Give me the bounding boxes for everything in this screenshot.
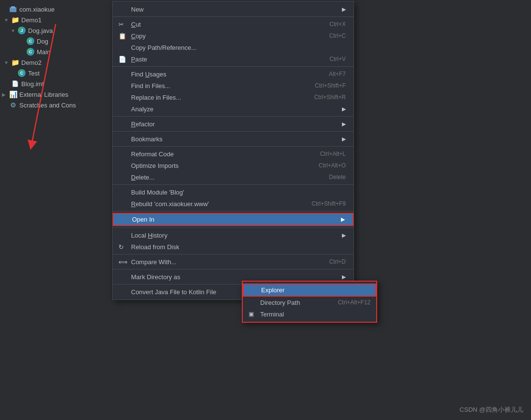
tree-item-label: Demo1 [21,16,42,24]
watermark: CSDN @四角小裤儿儿 [459,405,523,414]
menu-item-label: Find Usages [131,71,319,78]
menu-item-cut[interactable]: ✂ Cut Ctrl+X [113,18,354,30]
menu-item-reload[interactable]: ↻ Reload from Disk [113,241,354,253]
shortcut: Ctrl+Alt+L [320,150,346,157]
tree-item-demo2[interactable]: ▼ 📁 Demo2 [0,57,111,68]
tree-arrow: ▼ [4,60,11,65]
menu-item-label: Copy Path/Reference... [131,44,346,51]
menu-item-label: Rebuild 'com.xiaokuer.www' [131,200,302,208]
shortcut: Ctrl+Alt+F12 [338,299,370,306]
menu-separator [113,146,354,147]
menu-item-refactor[interactable]: Refactor ▶ [113,118,354,130]
submenu-open-in: Explorer Directory Path Ctrl+Alt+F12 ▣ T… [242,281,377,323]
submenu-item-label: Terminal [260,311,370,318]
menu-item-copy[interactable]: 📋 Copy Ctrl+C [113,30,354,42]
menu-item-label: Replace in Files... [131,94,305,101]
context-menu: New ▶ ✂ Cut Ctrl+X 📋 Copy Ctrl+C Copy Pa… [112,1,354,300]
tree-item-blog-iml[interactable]: 📄 Blog.iml [0,78,111,89]
menu-item-find-in-files[interactable]: Find in Files... Ctrl+Shift+F [113,80,354,91]
tree-item-label: Test [28,70,40,77]
submenu-item-label: Explorer [261,286,369,294]
tree-item-label: Main [37,48,50,56]
menu-item-build-module[interactable]: Build Module 'Blog' [113,186,354,198]
submenu-arrow: ▶ [342,136,346,142]
menu-separator [113,66,354,67]
menu-separator [113,227,354,228]
submenu-item-explorer[interactable]: Explorer [243,284,376,297]
menu-item-label: Reload from Disk [131,243,346,251]
menu-item-find-usages[interactable]: Find Usages Alt+F7 [113,68,354,80]
submenu-item-label: Directory Path [260,299,338,306]
menu-item-delete[interactable]: Delete... Delete [113,171,354,183]
tree-item-main[interactable]: C Main [0,46,111,57]
shortcut: Ctrl+Alt+O [319,162,346,169]
submenu-arrow: ▶ [342,121,346,127]
menu-item-local-history[interactable]: Local History ▶ [113,229,354,241]
tree-arrow: ▼ [11,28,17,33]
shortcut: Ctrl+V [329,56,346,62]
menu-item-paste[interactable]: 📄 Paste Ctrl+V [113,53,354,65]
tree-item-label: Scratches and Cons [19,102,76,109]
compare-icon: ⟺ [118,258,128,266]
tree-item-label: Demo2 [21,59,42,66]
shortcut: Ctrl+Shift+F9 [311,200,346,207]
menu-separator [113,269,354,270]
tree-item-dog-java[interactable]: ▼ J Dog.java [0,25,111,36]
folder-icon: 📁 [11,15,19,24]
shortcut: Delete [329,174,346,180]
tree-item-ext-libs[interactable]: ▶ 📊 External Libraries [0,89,111,100]
menu-item-label: Cut [131,21,320,28]
class-icon: C [26,37,35,45]
shortcut: Ctrl+Shift+F [315,82,346,89]
scratches-icon: ⚙ [9,101,17,109]
menu-item-optimize[interactable]: Optimize Imports Ctrl+Alt+O [113,160,354,171]
menu-item-reformat[interactable]: Reformat Code Ctrl+Alt+L [113,148,354,160]
tree-item-dog[interactable]: C Dog [0,36,111,46]
menu-item-replace-in-files[interactable]: Replace in Files... Ctrl+Shift+R [113,91,354,103]
menu-item-open-in[interactable]: Open In ▶ [113,213,354,226]
menu-separator [113,131,354,132]
submenu-arrow: ▶ [341,216,345,223]
submenu-item-terminal[interactable]: ▣ Terminal [243,308,376,320]
class-icon: C [26,47,35,56]
menu-item-label: Analyze [131,105,338,113]
menu-item-label: Optimize Imports [131,162,309,169]
shortcut: Alt+F7 [329,71,346,77]
submenu-item-directory-path[interactable]: Directory Path Ctrl+Alt+F12 [243,297,376,308]
menu-separator [113,184,354,185]
menu-item-label: Delete... [131,174,319,181]
menu-separator [113,254,354,255]
menu-item-label: Refactor [131,120,338,128]
shortcut: Ctrl+X [329,21,346,28]
reload-icon: ↻ [118,243,128,251]
submenu-arrow: ▶ [342,232,346,239]
menu-item-analyze[interactable]: Analyze ▶ [113,103,354,115]
terminal-icon: ▣ [249,311,257,317]
menu-item-copy-path[interactable]: Copy Path/Reference... [113,42,354,53]
file-tree: com.xiaokue ▼ 📁 Demo1 ▼ J Dog.java C Dog… [0,0,111,420]
tree-arrow: ▼ [4,17,11,23]
ext-libs-icon: 📊 [9,90,17,99]
menu-item-label: Bookmarks [131,135,338,143]
menu-item-rebuild[interactable]: Rebuild 'com.xiaokuer.www' Ctrl+Shift+F9 [113,198,354,210]
menu-separator [113,16,354,17]
menu-item-label: Mark Directory as [131,273,338,281]
tree-item-test[interactable]: C Test [0,68,111,78]
tree-item-label: External Libraries [19,91,68,98]
svg-rect-1 [11,6,15,8]
menu-item-new[interactable]: New ▶ [113,3,354,15]
menu-item-label: Local History [131,232,338,239]
tree-item-demo1[interactable]: ▼ 📁 Demo1 [0,15,111,25]
tree-item-com-xiaokue[interactable]: com.xiaokue [0,4,111,15]
tree-arrow: ▶ [2,92,9,97]
shortcut: Ctrl+Shift+R [314,94,346,101]
tree-item-label: Blog.iml [21,80,44,88]
menu-item-label: New [131,6,338,13]
menu-item-label: Build Module 'Blog' [131,189,346,196]
folder-icon: 📁 [11,58,19,67]
menu-separator [113,211,354,211]
menu-item-bookmarks[interactable]: Bookmarks ▶ [113,133,354,145]
menu-item-compare-with[interactable]: ⟺ Compare With... Ctrl+D [113,256,354,268]
class-icon: C [17,69,26,77]
tree-item-scratches[interactable]: ⚙ Scratches and Cons [0,100,111,110]
